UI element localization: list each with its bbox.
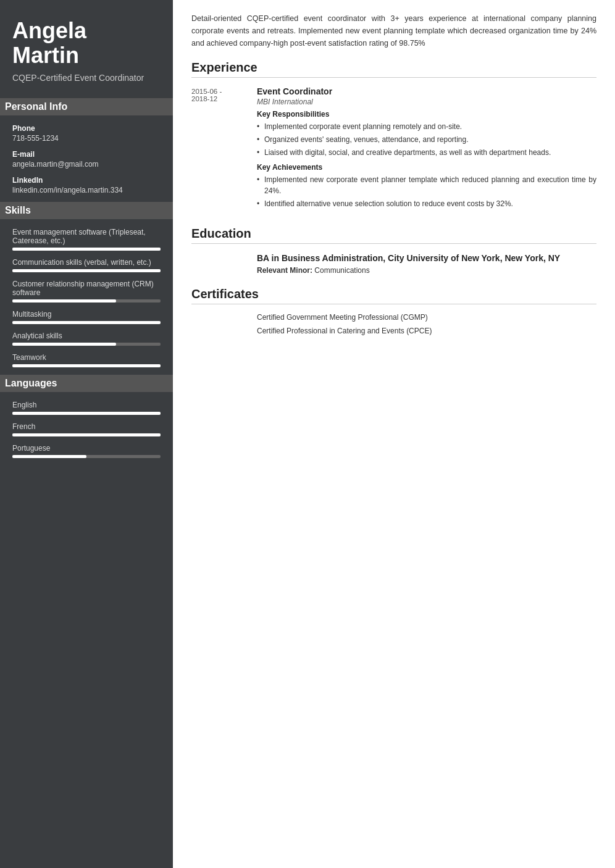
- skill-item: Teamwork: [12, 353, 161, 367]
- language-item: English: [12, 401, 161, 415]
- language-name: English: [12, 401, 161, 409]
- skill-bar-bg: [12, 343, 161, 346]
- email-label: E-mail: [12, 150, 161, 159]
- skill-bar-bg: [12, 321, 161, 324]
- edu-content: BA in Business Administration, City Univ…: [257, 252, 596, 275]
- applicant-title: CQEP-Certified Event Coordinator: [12, 72, 161, 83]
- job-company: MBI International: [257, 98, 596, 106]
- cert-content: Certified Government Meeting Professiona…: [257, 313, 596, 340]
- summary-text: Detail-oriented CQEP-certified event coo…: [191, 12, 596, 49]
- languages-list: English French Portuguese: [12, 401, 161, 458]
- education-list: BA in Business Administration, City Univ…: [191, 252, 596, 275]
- skill-bar-bg: [12, 364, 161, 367]
- job-date: 2015-06 -2018-12: [191, 86, 247, 214]
- languages-heading: Languages: [0, 375, 173, 392]
- language-bar-bg: [12, 433, 161, 436]
- language-name: Portuguese: [12, 444, 161, 453]
- certificates-heading: Certificates: [191, 287, 596, 304]
- email-value: angela.martin@gmail.com: [12, 160, 161, 169]
- skill-bar-bg: [12, 269, 161, 272]
- applicant-name: Angela Martin: [12, 19, 161, 67]
- education-section: Education BA in Business Administration,…: [191, 227, 596, 275]
- minor-label: Relevant Minor:: [257, 266, 312, 275]
- responsibilities-list: Implemented corporate event planning rem…: [257, 121, 596, 158]
- experience-heading: Experience: [191, 61, 596, 78]
- cert-date: [191, 313, 247, 340]
- certificate-item: Certified Professional in Catering and E…: [257, 327, 596, 335]
- achievements-label: Key Achievements: [257, 163, 596, 172]
- skill-item: Customer relationship management (CRM) s…: [12, 280, 161, 303]
- skill-bar-fill: [12, 299, 116, 303]
- skill-name: Customer relationship management (CRM) s…: [12, 280, 161, 297]
- language-name: French: [12, 422, 161, 431]
- skill-item: Communication skills (verbal, written, e…: [12, 258, 161, 272]
- linkedin-label: LinkedIn: [12, 176, 161, 185]
- skill-bar-fill: [12, 321, 161, 324]
- skill-item: Event management software (Tripleseat, C…: [12, 228, 161, 251]
- skill-name: Event management software (Tripleseat, C…: [12, 228, 161, 245]
- main-content: Detail-oriented CQEP-certified event coo…: [173, 0, 615, 868]
- skill-name: Communication skills (verbal, written, e…: [12, 258, 161, 267]
- edu-date: [191, 252, 247, 275]
- language-bar-bg: [12, 455, 161, 458]
- phone-label: Phone: [12, 124, 161, 133]
- skills-heading: Skills: [0, 202, 173, 219]
- certificates-section: Certificates Certified Government Meetin…: [191, 287, 596, 340]
- skill-bar-fill: [12, 269, 161, 272]
- phone-value: 718-555-1234: [12, 134, 161, 143]
- personal-info-heading: Personal Info: [0, 98, 173, 115]
- certificates-list: Certified Government Meeting Professiona…: [191, 313, 596, 340]
- skill-name: Multitasking: [12, 310, 161, 319]
- job-title: Event Coordinator: [257, 86, 596, 96]
- skill-bar-fill: [12, 364, 161, 367]
- language-bar-bg: [12, 412, 161, 415]
- certificate-item: Certified Government Meeting Professiona…: [257, 313, 596, 322]
- certificates-row: Certified Government Meeting Professiona…: [191, 313, 596, 340]
- skill-item: Multitasking: [12, 310, 161, 324]
- achievements-list: Implemented new corporate event planner …: [257, 174, 596, 209]
- responsibilities-label: Key Responsibilities: [257, 110, 596, 119]
- skill-bar-fill: [12, 248, 161, 251]
- skill-bar-bg: [12, 299, 161, 303]
- responsibility-item: Organized events' seating, venues, atten…: [257, 134, 596, 145]
- skill-bar-fill: [12, 343, 116, 346]
- achievement-item: Identified alternative venue selection s…: [257, 198, 596, 209]
- education-heading: Education: [191, 227, 596, 244]
- jobs-list: 2015-06 -2018-12 Event Coordinator MBI I…: [191, 86, 596, 214]
- responsibility-item: Liaised with digital, social, and creati…: [257, 147, 596, 158]
- skill-name: Teamwork: [12, 353, 161, 362]
- skill-name: Analytical skills: [12, 332, 161, 340]
- skill-bar-bg: [12, 248, 161, 251]
- responsibility-item: Implemented corporate event planning rem…: [257, 121, 596, 132]
- skills-list: Event management software (Tripleseat, C…: [12, 228, 161, 367]
- language-item: French: [12, 422, 161, 436]
- language-bar-fill: [12, 455, 86, 458]
- education-row: BA in Business Administration, City Univ…: [191, 252, 596, 275]
- job-content: Event Coordinator MBI International Key …: [257, 86, 596, 214]
- language-item: Portuguese: [12, 444, 161, 458]
- linkedin-value: linkedin.com/in/angela.martin.334: [12, 186, 161, 194]
- edu-degree: BA in Business Administration, City Univ…: [257, 252, 596, 264]
- language-bar-fill: [12, 412, 161, 415]
- experience-row: 2015-06 -2018-12 Event Coordinator MBI I…: [191, 86, 596, 214]
- experience-section: Experience 2015-06 -2018-12 Event Coordi…: [191, 61, 596, 214]
- edu-minor: Relevant Minor: Communications: [257, 266, 596, 275]
- resume-container: Angela Martin CQEP-Certified Event Coord…: [0, 0, 615, 868]
- sidebar: Angela Martin CQEP-Certified Event Coord…: [0, 0, 173, 868]
- skill-item: Analytical skills: [12, 332, 161, 346]
- achievement-item: Implemented new corporate event planner …: [257, 174, 596, 196]
- language-bar-fill: [12, 433, 161, 436]
